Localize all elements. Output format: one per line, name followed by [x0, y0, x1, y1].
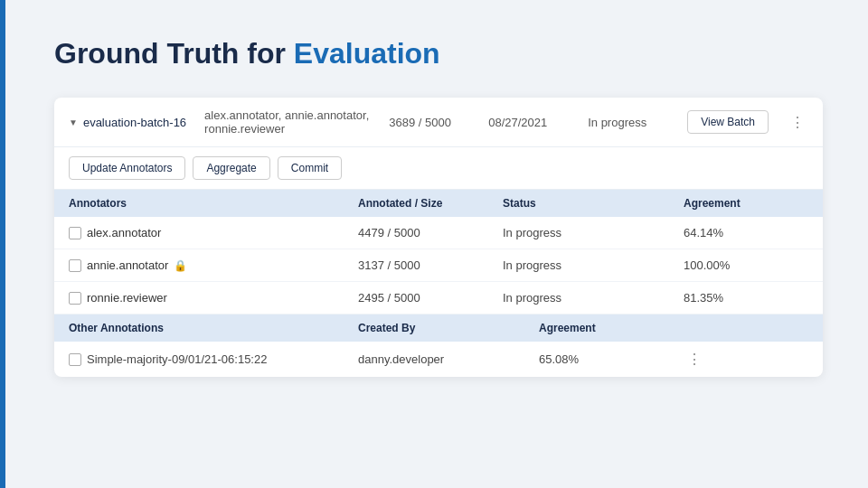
commit-button[interactable]: Commit: [278, 156, 342, 180]
status-cell-1: In progress: [503, 226, 684, 239]
annotator-name-2: annie.annotator: [87, 258, 168, 272]
page-content: Ground Truth for Evaluation ▼ evaluation…: [0, 0, 868, 404]
header-status: Status: [503, 197, 684, 210]
status-cell-2: In progress: [503, 258, 684, 272]
annotator-name-1: alex.annotator: [87, 226, 161, 239]
header-annotators: Annotators: [69, 197, 358, 210]
aggregate-button[interactable]: Aggregate: [193, 156, 269, 180]
other-more-cell: ⋮: [684, 351, 756, 368]
header-other-annotations: Other Annotations: [69, 322, 358, 334]
batch-date: 08/27/2021: [488, 116, 570, 129]
batch-count: 3689 / 5000: [389, 116, 470, 129]
lock-icon: 🔒: [174, 259, 187, 272]
header-annotated-size: Annotated / Size: [358, 197, 503, 210]
table-row: ronnie.reviewer 2495 / 5000 In progress …: [54, 282, 823, 314]
batch-name: evaluation-batch-16: [83, 116, 186, 129]
view-batch-button[interactable]: View Batch: [687, 110, 769, 134]
row-checkbox-3[interactable]: [69, 292, 81, 305]
page-title: Ground Truth for Evaluation: [54, 36, 823, 70]
count-cell-3: 2495 / 5000: [358, 291, 503, 305]
chevron-down-icon: ▼: [69, 117, 78, 127]
left-accent: [0, 0, 5, 488]
agreement-cell-2: 100.00%: [684, 258, 823, 272]
other-annotation-name-cell: Simple-majority-09/01/21-06:15:22: [69, 352, 358, 366]
other-annotations-header: Other Annotations Created By Agreement: [54, 314, 823, 342]
batch-toggle[interactable]: ▼ evaluation-batch-16: [69, 116, 186, 129]
count-cell-1: 4479 / 5000: [358, 226, 503, 239]
header-created-by: Created By: [358, 322, 539, 334]
other-annotation-row: Simple-majority-09/01/21-06:15:22 danny.…: [54, 342, 823, 377]
agreement-cell-3: 81.35%: [684, 291, 823, 305]
batch-status: In progress: [588, 116, 669, 129]
batch-header-row: ▼ evaluation-batch-16 alex.annotator, an…: [54, 98, 823, 147]
table-row: alex.annotator 4479 / 5000 In progress 6…: [54, 217, 823, 249]
count-cell-2: 3137 / 5000: [358, 258, 503, 272]
header-other-agreement: Agreement: [539, 322, 684, 334]
other-annotation-name: Simple-majority-09/01/21-06:15:22: [87, 352, 267, 366]
other-agreement-cell: 65.08%: [539, 352, 684, 366]
header-other-actions: [684, 322, 756, 334]
annotator-name-3: ronnie.reviewer: [87, 291, 167, 305]
other-row-checkbox[interactable]: [69, 353, 81, 366]
update-annotators-button[interactable]: Update Annotators: [69, 156, 185, 180]
annotator-cell-1: alex.annotator: [69, 226, 358, 239]
agreement-cell-1: 64.14%: [684, 226, 823, 239]
batch-card: ▼ evaluation-batch-16 alex.annotator, an…: [54, 98, 823, 377]
other-created-by-cell: danny.developer: [358, 352, 539, 366]
row-checkbox-2[interactable]: [69, 259, 81, 272]
header-agreement: Agreement: [684, 197, 823, 210]
status-cell-3: In progress: [503, 291, 684, 305]
title-plain: Ground Truth for: [54, 37, 294, 70]
other-more-icon[interactable]: ⋮: [684, 351, 705, 368]
annotator-cell-2: annie.annotator 🔒: [69, 258, 358, 272]
table-row: annie.annotator 🔒 3137 / 5000 In progres…: [54, 249, 823, 282]
batch-assignees: alex.annotator, annie.annotator, ronnie.…: [204, 108, 371, 136]
more-options-icon[interactable]: ⋮: [787, 114, 808, 131]
row-checkbox-1[interactable]: [69, 227, 81, 239]
action-row: Update Annotators Aggregate Commit: [54, 147, 823, 190]
annotators-table-header: Annotators Annotated / Size Status Agree…: [54, 190, 823, 217]
annotator-cell-3: ronnie.reviewer: [69, 291, 358, 305]
title-highlight: Evaluation: [294, 37, 440, 70]
